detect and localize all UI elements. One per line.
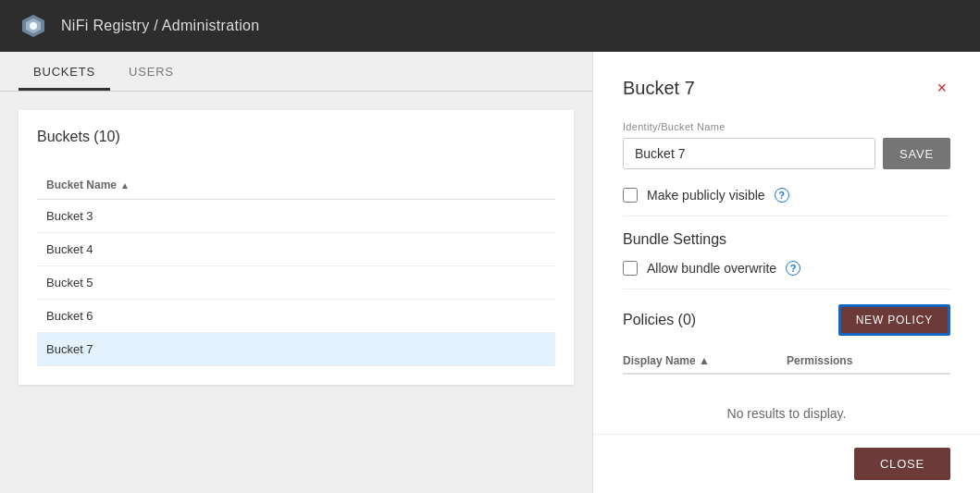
col-display-name: Display Name ▲ bbox=[623, 354, 787, 367]
app-logo bbox=[19, 11, 48, 41]
table-row[interactable]: Bucket 3 bbox=[37, 200, 555, 233]
bucket-name-input[interactable] bbox=[623, 138, 875, 169]
table-row[interactable]: Bucket 6 bbox=[37, 300, 555, 333]
dialog-title: Bucket 7 bbox=[623, 78, 695, 99]
close-button[interactable]: CLOSE bbox=[854, 448, 950, 480]
allow-overwrite-row: Allow bundle overwrite ? bbox=[623, 261, 950, 276]
policies-table-header: Display Name ▲ Permissions bbox=[623, 349, 950, 375]
dialog-footer: CLOSE bbox=[593, 434, 980, 493]
tab-bar: BUCKETS USERS bbox=[0, 52, 592, 92]
allow-overwrite-checkbox[interactable] bbox=[623, 261, 638, 276]
col-sort-icon: ▲ bbox=[699, 354, 710, 367]
bucket-name-row: SAVE bbox=[623, 138, 950, 169]
sort-arrow-icon: ▲ bbox=[120, 180, 130, 191]
app-header: NiFi Registry / Administration bbox=[0, 0, 980, 52]
table-row[interactable]: Bucket 5 bbox=[37, 266, 555, 300]
buckets-section: Buckets (10) Bucket Name ▲ Bucket 3 Buck… bbox=[19, 110, 574, 385]
col-permissions: Permissions bbox=[787, 354, 950, 367]
dialog-close-icon[interactable]: × bbox=[933, 78, 950, 98]
save-button[interactable]: SAVE bbox=[883, 138, 950, 169]
left-panel: BUCKETS USERS Buckets (10) Bucket Name ▲… bbox=[0, 52, 592, 493]
buckets-header: Buckets (10) bbox=[37, 129, 555, 160]
make-public-checkbox[interactable] bbox=[623, 188, 638, 203]
main-layout: BUCKETS USERS Buckets (10) Bucket Name ▲… bbox=[0, 52, 980, 493]
policies-title: Policies (0) bbox=[623, 312, 696, 328]
bucket-name-label: Identity/Bucket Name bbox=[623, 121, 950, 132]
section-divider-2 bbox=[623, 289, 950, 290]
section-divider bbox=[623, 216, 950, 216]
make-public-help-icon[interactable]: ? bbox=[775, 188, 789, 203]
dialog-body: Bucket 7 × Identity/Bucket Name SAVE Mak… bbox=[593, 52, 980, 434]
bundle-settings-title: Bundle Settings bbox=[623, 231, 950, 248]
tab-buckets[interactable]: BUCKETS bbox=[19, 52, 110, 91]
allow-overwrite-label: Allow bundle overwrite bbox=[647, 261, 776, 276]
allow-overwrite-help-icon[interactable]: ? bbox=[786, 261, 800, 276]
make-public-row: Make publicly visible ? bbox=[623, 188, 950, 203]
header-title: NiFi Registry / Administration bbox=[61, 18, 259, 34]
svg-point-2 bbox=[30, 22, 37, 30]
table-header-row: Bucket Name ▲ bbox=[37, 171, 555, 200]
table-row[interactable]: Bucket 7 bbox=[37, 333, 555, 366]
buckets-title: Buckets (10) bbox=[37, 129, 120, 145]
col-bucket-name: Bucket Name ▲ bbox=[46, 179, 130, 191]
left-content: Buckets (10) Bucket Name ▲ Bucket 3 Buck… bbox=[0, 92, 592, 493]
bucket-dialog: Bucket 7 × Identity/Bucket Name SAVE Mak… bbox=[592, 52, 980, 493]
no-results-message: No results to display. bbox=[623, 378, 950, 434]
make-public-label: Make publicly visible bbox=[647, 188, 765, 203]
policies-header: Policies (0) NEW POLICY bbox=[623, 304, 950, 336]
dialog-title-row: Bucket 7 × bbox=[623, 78, 950, 99]
tab-users[interactable]: USERS bbox=[114, 52, 189, 91]
table-row[interactable]: Bucket 4 bbox=[37, 233, 555, 266]
new-policy-button[interactable]: NEW POLICY bbox=[838, 304, 950, 336]
